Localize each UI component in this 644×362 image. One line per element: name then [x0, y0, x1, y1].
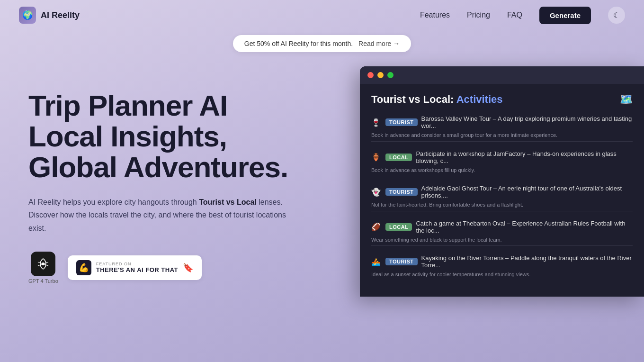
activity-sub-text: Ideal as a sunset activity for cooler te…	[371, 271, 633, 279]
activity-item: 🏈LocalCatch a game at Thebarton Oval – E…	[371, 220, 633, 246]
window-titlebar	[360, 66, 644, 84]
featured-icon: 💪	[76, 260, 91, 275]
activity-main-text: Adelaide Gaol Ghost Tour – An eerie nigh…	[421, 185, 633, 199]
app-window: Tourist vs Local: Activities 🗺️ 🍷Tourist…	[360, 66, 644, 297]
window-title-highlight: Activities	[456, 93, 503, 105]
nav-links: Features Pricing FAQ Generate ☾	[420, 7, 625, 24]
activity-icon: 🏈	[371, 222, 381, 231]
navbar: 🌍 AI Reelity Features Pricing FAQ Genera…	[0, 0, 644, 30]
activity-icon: 🚣	[371, 257, 381, 266]
hero-badges: GPT 4 Turbo 💪 FEATURED ON THERE'S AN AI …	[28, 252, 322, 284]
window-close-dot	[367, 72, 374, 78]
window-decoration-icon: 🗺️	[620, 93, 633, 106]
nav-pricing[interactable]: Pricing	[467, 11, 490, 19]
window-content: Tourist vs Local: Activities 🗺️ 🍷Tourist…	[360, 84, 644, 297]
featured-text: FEATURED ON THERE'S AN AI FOR THAT	[96, 262, 178, 273]
window-title-static: Tourist vs Local:	[371, 93, 456, 105]
activity-main-text: Catch a game at Thebarton Oval – Experie…	[416, 220, 633, 234]
activity-sub-text: Book in advance and consider a small gro…	[371, 131, 633, 139]
logo-text: AI Reelity	[41, 10, 80, 20]
activity-icon: 🍷	[371, 118, 381, 127]
hero-title-line2: Local Insights,	[28, 120, 227, 153]
window-title: Tourist vs Local: Activities 🗺️	[371, 93, 633, 106]
bookmark-icon: 🔖	[183, 262, 193, 273]
activity-icon: 👻	[371, 188, 381, 197]
generate-button[interactable]: Generate	[539, 7, 591, 24]
hero-title-line1: Trip Planner AI	[28, 89, 227, 122]
promo-banner: Get 50% off AI Reelity for this month. R…	[233, 35, 411, 52]
window-minimize-dot	[377, 72, 384, 78]
activities-list: 🍷TouristBarossa Valley Wine Tour – A day…	[371, 115, 633, 279]
hero-section: Trip Planner AI Local Insights, Global A…	[0, 52, 644, 284]
activity-main-text: Kayaking on the River Torrens – Paddle a…	[421, 254, 633, 269]
activity-main-text: Barossa Valley Wine Tour – A day trip ex…	[421, 115, 633, 129]
activity-tag-tourist: Tourist	[385, 188, 418, 196]
featured-badge[interactable]: 💪 FEATURED ON THERE'S AN AI FOR THAT 🔖	[68, 255, 202, 280]
activity-item: 👻TouristAdelaide Gaol Ghost Tour – An ee…	[371, 185, 633, 211]
logo-icon: 🌍	[19, 7, 36, 24]
hero-title: Trip Planner AI Local Insights, Global A…	[28, 90, 322, 182]
activity-item: 🏺LocalParticipate in a workshop at JamFa…	[371, 150, 633, 177]
dark-mode-toggle[interactable]: ☾	[608, 7, 625, 24]
hero-title-line3: Global Adventures.	[28, 151, 288, 183]
banner-text: Get 50% off AI Reelity for this month.	[244, 40, 353, 47]
activity-tag-local: Local	[385, 154, 412, 161]
activity-icon: 🏺	[371, 153, 381, 162]
gpt-label: GPT 4 Turbo	[28, 278, 58, 284]
hero-subtitle-pre: AI Reelity helps you explore city hangou…	[28, 198, 199, 206]
activity-sub-text: Not for the faint-hearted. Bring comfort…	[371, 201, 633, 209]
banner-read-more[interactable]: Read more →	[358, 40, 400, 47]
featured-small: FEATURED ON	[96, 262, 178, 266]
nav-logo[interactable]: 🌍 AI Reelity	[19, 7, 80, 24]
hero-left: Trip Planner AI Local Insights, Global A…	[28, 81, 322, 284]
nav-faq[interactable]: FAQ	[507, 11, 522, 19]
gpt-badge: GPT 4 Turbo	[28, 252, 58, 284]
gpt-icon	[31, 252, 55, 276]
activity-sub-text: Book in advance as workshops fill up qui…	[371, 166, 633, 174]
featured-big: THERE'S AN AI FOR THAT	[96, 266, 178, 273]
hero-subtitle-bold: Tourist vs Local	[199, 198, 257, 206]
activity-sub-text: Wear something red and black to support …	[371, 236, 633, 244]
activity-tag-local: Local	[385, 223, 412, 231]
hero-subtitle: AI Reelity helps you explore city hangou…	[28, 196, 294, 235]
activity-tag-tourist: Tourist	[385, 258, 418, 265]
activity-main-text: Participate in a workshop at JamFactory …	[416, 150, 633, 164]
activity-item: 🚣TouristKayaking on the River Torrens – …	[371, 254, 633, 279]
window-maximize-dot	[387, 72, 394, 78]
activity-tag-tourist: Tourist	[385, 118, 418, 126]
activity-item: 🍷TouristBarossa Valley Wine Tour – A day…	[371, 115, 633, 142]
nav-features[interactable]: Features	[420, 11, 450, 19]
